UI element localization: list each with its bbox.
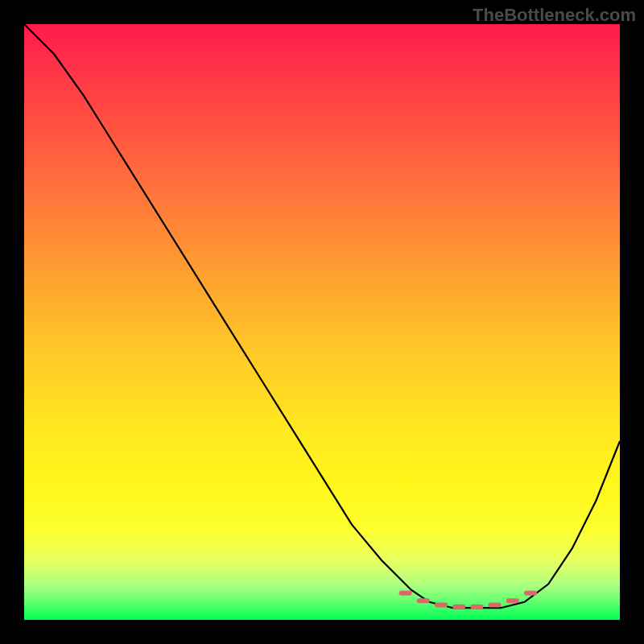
watermark-text: TheBottleneck.com: [473, 5, 636, 26]
plot-area: [24, 24, 620, 620]
chart-container: TheBottleneck.com: [0, 0, 644, 644]
